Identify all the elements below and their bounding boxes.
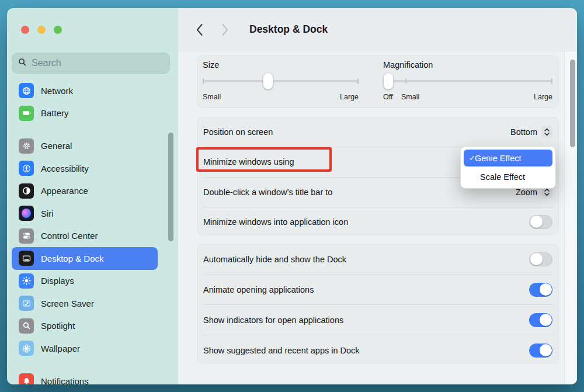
accessibility-icon bbox=[19, 161, 34, 176]
zoom-window-button[interactable] bbox=[54, 26, 62, 34]
sidebar-item-label: Displays bbox=[41, 276, 74, 286]
position-on-screen-label: Position on screen bbox=[203, 127, 273, 137]
size-max-label: Large bbox=[340, 93, 359, 101]
sidebar-item-displays[interactable]: Displays bbox=[12, 270, 165, 293]
magnification-slider-group: Magnification Off Small Large bbox=[383, 60, 552, 102]
search-field[interactable] bbox=[12, 53, 170, 74]
sidebar-item-label: Siri bbox=[41, 209, 54, 218]
bell-icon bbox=[19, 373, 34, 384]
sidebar-item-accessibility[interactable]: Accessibility bbox=[12, 157, 165, 180]
magnification-slider[interactable] bbox=[383, 73, 552, 89]
show-indicators-label: Show indicators for open applications bbox=[203, 315, 343, 325]
screen-saver-icon bbox=[19, 296, 34, 311]
page-title: Desktop & Dock bbox=[249, 23, 328, 36]
magnification-slider-knob[interactable] bbox=[383, 73, 393, 89]
sidebar: Network Battery General bbox=[7, 8, 178, 384]
sidebar-item-label: Notifications bbox=[41, 376, 89, 384]
magnification-off-label: Off bbox=[383, 93, 392, 101]
magnification-label: Magnification bbox=[383, 60, 552, 70]
sidebar-item-label: Battery bbox=[41, 108, 69, 118]
sidebar-item-label: General bbox=[41, 141, 72, 151]
back-button[interactable] bbox=[191, 21, 207, 39]
size-slider-knob[interactable] bbox=[263, 73, 273, 89]
battery-icon bbox=[19, 106, 34, 121]
size-slider-group: Size Small Large bbox=[203, 60, 359, 102]
animate-opening-label: Animate opening applications bbox=[203, 285, 314, 294]
close-window-button[interactable] bbox=[21, 26, 29, 34]
autohide-dock-label: Automatically hide and show the Dock bbox=[203, 255, 346, 264]
chevron-right-icon bbox=[221, 23, 229, 36]
slider-tick bbox=[551, 78, 552, 84]
sidebar-item-notifications[interactable]: Notifications bbox=[12, 370, 165, 384]
sidebar-item-label: Spotlight bbox=[41, 321, 75, 331]
search-input[interactable] bbox=[32, 58, 164, 68]
minimize-effect-popup-menu: ✓ Genie Effect Scale Effect bbox=[460, 146, 556, 189]
sidebar-item-screen-saver[interactable]: Screen Saver bbox=[12, 292, 165, 315]
autohide-dock-toggle[interactable] bbox=[529, 252, 552, 266]
position-on-screen-row: Position on screen Bottom bbox=[197, 117, 558, 147]
size-min-label: Small bbox=[203, 93, 221, 101]
position-on-screen-popup-button[interactable]: Bottom bbox=[510, 126, 552, 138]
sidebar-item-label: Screen Saver bbox=[41, 299, 94, 308]
magnification-min-label: Small bbox=[401, 93, 419, 101]
double-click-title-bar-label: Double-click a window’s title bar to bbox=[203, 188, 332, 197]
minimize-into-app-icon-toggle[interactable] bbox=[529, 215, 552, 229]
sun-icon bbox=[19, 273, 34, 289]
show-indicators-toggle[interactable] bbox=[529, 313, 552, 327]
gear-icon bbox=[19, 138, 34, 154]
popup-item-label: Genie Effect bbox=[475, 154, 522, 163]
size-slider[interactable] bbox=[203, 73, 359, 89]
sidebar-item-general[interactable]: General bbox=[12, 135, 165, 158]
desktop-backdrop: Network Battery General bbox=[0, 0, 584, 392]
desktop-dock-icon bbox=[19, 251, 34, 266]
show-recent-apps-row: Show suggested and recent apps in Dock bbox=[197, 335, 558, 365]
sidebar-item-label: Appearance bbox=[41, 186, 88, 196]
magnifier-icon bbox=[19, 318, 34, 334]
size-label: Size bbox=[203, 60, 359, 70]
sidebar-item-spotlight[interactable]: Spotlight bbox=[12, 315, 165, 338]
slider-tick bbox=[203, 78, 204, 84]
minimize-into-app-icon-label: Minimize windows into application icon bbox=[203, 217, 348, 227]
flower-icon bbox=[19, 341, 34, 356]
appearance-icon bbox=[19, 183, 34, 199]
sidebar-item-network[interactable]: Network bbox=[12, 79, 165, 102]
control-center-icon bbox=[19, 228, 34, 244]
forward-button[interactable] bbox=[217, 21, 233, 39]
main-pane: Desktop & Dock Size Small Large bbox=[178, 8, 577, 384]
popup-item-scale-effect[interactable]: Scale Effect bbox=[464, 168, 552, 185]
search-icon bbox=[18, 58, 27, 69]
show-indicators-row: Show indicators for open applications bbox=[197, 305, 558, 335]
globe-icon bbox=[19, 83, 34, 98]
sidebar-item-desktop-and-dock[interactable]: Desktop & Dock bbox=[12, 247, 158, 270]
popup-item-label: Scale Effect bbox=[480, 172, 525, 182]
pane-header: Desktop & Dock bbox=[178, 8, 577, 51]
sidebar-item-appearance[interactable]: Appearance bbox=[12, 180, 165, 203]
sidebar-item-wallpaper[interactable]: Wallpaper bbox=[12, 337, 165, 360]
sidebar-item-control-center[interactable]: Control Center bbox=[12, 225, 165, 248]
main-scrollbar-track[interactable] bbox=[564, 51, 577, 384]
sidebar-item-label: Network bbox=[41, 86, 73, 96]
siri-icon bbox=[19, 206, 34, 221]
main-scrollbar-thumb[interactable] bbox=[570, 60, 575, 147]
animate-opening-toggle[interactable] bbox=[529, 283, 552, 297]
magnification-max-label: Large bbox=[534, 93, 552, 101]
animate-opening-row: Animate opening applications bbox=[197, 275, 558, 304]
popup-item-genie-effect[interactable]: ✓ Genie Effect bbox=[464, 150, 552, 166]
magnification-slider-track[interactable] bbox=[383, 80, 552, 82]
sidebar-item-label: Wallpaper bbox=[41, 344, 80, 353]
checkmark-icon: ✓ bbox=[464, 154, 475, 162]
sidebar-item-label: Control Center bbox=[41, 231, 98, 241]
sidebar-scrollbar-thumb[interactable] bbox=[168, 133, 173, 241]
up-down-chevrons-icon bbox=[541, 126, 552, 138]
position-value: Bottom bbox=[510, 127, 537, 137]
sidebar-item-label: Desktop & Dock bbox=[41, 254, 104, 263]
show-recent-apps-toggle[interactable] bbox=[529, 344, 552, 358]
dock-size-card: Size Small Large Magnification bbox=[197, 55, 559, 108]
minimize-window-button[interactable] bbox=[37, 26, 46, 34]
annotation-highlight-box bbox=[196, 147, 332, 172]
size-slider-track[interactable] bbox=[203, 80, 359, 82]
sidebar-item-battery[interactable]: Battery bbox=[12, 102, 165, 125]
slider-tick bbox=[357, 78, 359, 84]
dock-options-card: Automatically hide and show the Dock Ani… bbox=[197, 244, 559, 363]
sidebar-item-siri[interactable]: Siri bbox=[12, 202, 165, 225]
